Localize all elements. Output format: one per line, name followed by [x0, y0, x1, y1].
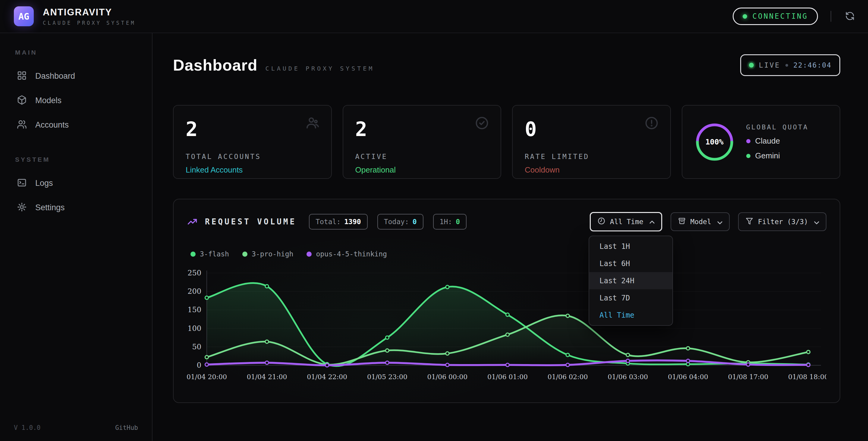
series-dot — [307, 252, 312, 257]
clock-value: 22:46:04 — [793, 61, 832, 69]
model-filter-value: Model — [690, 218, 711, 226]
dropdown-item-last-24h[interactable]: Last 24H — [589, 272, 673, 289]
svg-text:01/06 00:00: 01/06 00:00 — [427, 373, 468, 381]
legend-item-3-flash[interactable]: 3-flash — [190, 250, 229, 258]
svg-text:200: 200 — [187, 287, 201, 296]
funnel-icon — [745, 217, 753, 227]
live-status-badge: LIVE 22:46:04 — [740, 54, 840, 76]
quota-name: Gemini — [755, 151, 780, 160]
chart-legend: 3-flash 3-pro-high opus-4-5-thinking — [190, 250, 827, 258]
panel-title: REQUEST VOLUME — [205, 217, 296, 226]
chip-label: 1H: — [440, 218, 453, 226]
svg-text:01/05 23:00: 01/05 23:00 — [367, 373, 407, 381]
time-range-dropdown: Last 1H Last 6H Last 24H Last 7D All Tim… — [589, 236, 673, 326]
status-dot — [743, 14, 747, 19]
grid-icon — [17, 70, 27, 82]
page-subtitle: CLAUDE PROXY SYSTEM — [266, 65, 375, 72]
filter-value: Filter (3/3) — [758, 218, 808, 226]
stat-value: 2 — [186, 119, 319, 139]
today-count-chip: Today: 0 — [377, 214, 424, 230]
stat-card-active: 2 ACTIVE Operational — [343, 105, 501, 179]
dropdown-item-last-7d[interactable]: Last 7D — [589, 289, 673, 306]
sidebar-item-label: Accounts — [35, 120, 69, 130]
quota-percent: 100% — [694, 122, 735, 162]
svg-text:01/04 21:00: 01/04 21:00 — [247, 373, 287, 381]
live-dot — [749, 63, 754, 67]
svg-text:50: 50 — [192, 343, 201, 351]
chevron-up-icon — [648, 218, 655, 225]
clock-icon — [597, 217, 606, 227]
top-bar: AG ANTIGRAVITY CLAUDE PROXY SYSTEM CONNE… — [0, 0, 868, 33]
stat-sublabel: Linked Accounts — [186, 165, 319, 175]
total-count-chip: Total: 1390 — [309, 214, 367, 230]
request-volume-chart: 05010015020025001/04 20:0001/04 21:0001/… — [187, 265, 827, 383]
connection-status-badge: CONNECTING — [733, 7, 818, 25]
refresh-button[interactable] — [844, 10, 856, 22]
sidebar-item-models[interactable]: Models — [14, 88, 138, 113]
hour-count-chip: 1H: 0 — [433, 214, 467, 230]
chevron-down-icon — [812, 218, 819, 225]
main-content: Dashboard CLAUDE PROXY SYSTEM LIVE 22:46… — [153, 33, 868, 441]
stat-label: TOTAL ACCOUNTS — [186, 153, 319, 160]
chip-value: 1390 — [344, 218, 361, 226]
live-label: LIVE — [759, 61, 780, 69]
page-title: Dashboard — [173, 56, 258, 74]
sidebar-item-label: Dashboard — [35, 71, 75, 81]
model-filter-button[interactable]: Model — [671, 212, 730, 231]
sidebar: MAIN Dashboard Models — [0, 33, 153, 441]
filter-button[interactable]: Filter (3/3) — [738, 212, 827, 231]
quota-title: GLOBAL QUOTA — [746, 123, 809, 131]
svg-text:01/06 02:00: 01/06 02:00 — [548, 373, 588, 381]
stat-value: 0 — [525, 119, 658, 139]
app-subtitle: CLAUDE PROXY SYSTEM — [43, 20, 135, 26]
refresh-icon — [845, 11, 855, 22]
svg-text:0: 0 — [197, 361, 201, 370]
series-name: opus-4-5-thinking — [316, 250, 387, 258]
gear-icon — [17, 202, 27, 213]
separator-dot — [785, 64, 788, 67]
check-circle-icon — [475, 116, 489, 130]
sidebar-item-logs[interactable]: Logs — [14, 171, 138, 196]
svg-text:01/06 04:00: 01/06 04:00 — [668, 373, 708, 381]
legend-item-3-pro-high[interactable]: 3-pro-high — [242, 250, 293, 258]
sidebar-item-settings[interactable]: Settings — [14, 196, 138, 220]
chip-value: 0 — [412, 218, 417, 226]
quota-row-gemini: Gemini — [746, 151, 809, 160]
time-range-button[interactable]: All Time — [590, 212, 662, 231]
chip-value: 0 — [456, 218, 460, 226]
dropdown-item-all-time[interactable]: All Time — [589, 306, 673, 324]
archive-box-icon — [678, 217, 686, 227]
legend-item-opus-4-5-thinking[interactable]: opus-4-5-thinking — [307, 250, 387, 258]
quota-ring: 100% — [694, 122, 735, 162]
sidebar-item-label: Logs — [35, 179, 53, 188]
svg-text:01/06 03:00: 01/06 03:00 — [608, 373, 648, 381]
svg-text:01/04 22:00: 01/04 22:00 — [307, 373, 347, 381]
dropdown-item-last-1h[interactable]: Last 1H — [589, 238, 673, 255]
quota-row-claude: Claude — [746, 136, 809, 146]
terminal-icon — [17, 178, 27, 189]
alert-circle-icon — [644, 116, 659, 130]
users-icon — [17, 119, 27, 130]
app-logo: AG — [14, 6, 34, 26]
claude-dot — [746, 139, 750, 143]
stat-card-rate-limited: 0 RATE LIMITED Cooldown — [512, 105, 671, 179]
trending-up-icon — [187, 216, 198, 227]
series-name: 3-flash — [200, 250, 229, 258]
series-dot — [190, 252, 195, 257]
sidebar-section-main: MAIN — [15, 49, 138, 56]
stat-sublabel: Operational — [355, 165, 489, 175]
svg-text:150: 150 — [187, 305, 201, 314]
sidebar-item-dashboard[interactable]: Dashboard — [14, 64, 138, 88]
github-link[interactable]: GitHub — [115, 424, 138, 431]
stat-sublabel: Cooldown — [525, 165, 658, 175]
stat-label: RATE LIMITED — [525, 153, 658, 160]
dropdown-item-last-6h[interactable]: Last 6H — [589, 255, 673, 272]
chip-label: Total: — [315, 218, 341, 226]
stat-label: ACTIVE — [355, 153, 489, 160]
chevron-down-icon — [716, 218, 722, 225]
chip-label: Today: — [384, 218, 409, 226]
svg-text:100: 100 — [187, 324, 201, 333]
svg-text:01/06 01:00: 01/06 01:00 — [487, 373, 528, 381]
sidebar-item-accounts[interactable]: Accounts — [14, 113, 138, 137]
stat-value: 2 — [355, 119, 489, 139]
